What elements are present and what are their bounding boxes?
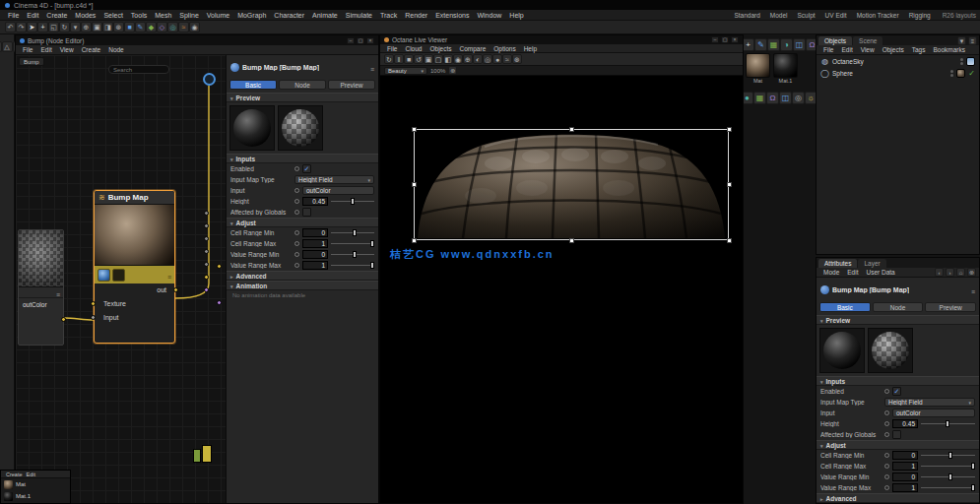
window-button[interactable]: ▢ [357, 37, 364, 44]
window-button[interactable]: × [731, 36, 739, 43]
object-name[interactable]: Sphere [832, 70, 853, 77]
nav-button[interactable]: ‹ [935, 268, 944, 277]
nav-button[interactable]: › [946, 268, 954, 277]
menu-item[interactable]: Window [473, 12, 505, 19]
rotate-icon[interactable]: ↻ [59, 22, 70, 32]
menu-item[interactable]: File [4, 12, 23, 19]
symmetry-icon[interactable]: ◫ [793, 38, 806, 51]
layout-tab[interactable]: Model [765, 12, 793, 19]
node-port-dot[interactable] [204, 262, 209, 267]
panel-menu-icon[interactable] [971, 281, 975, 298]
tab-layer[interactable]: Layer [858, 259, 885, 268]
enabled-checkbox[interactable] [302, 164, 311, 173]
menu-item[interactable]: Tools [127, 12, 151, 19]
selection-handle[interactable] [569, 127, 574, 132]
cell-range-min-field[interactable]: 0 [302, 228, 328, 237]
menu-item[interactable]: Help [505, 12, 527, 19]
scale-icon[interactable]: ◱ [48, 22, 59, 32]
input-link-field[interactable]: outColor [892, 409, 975, 417]
coordinate-system-icon[interactable]: ⊕ [81, 22, 92, 32]
mirror-tool-icon[interactable]: ◫ [779, 92, 792, 104]
keyframe-dot-icon[interactable] [294, 188, 299, 193]
render-settings-icon[interactable]: ⊛ [113, 22, 124, 32]
keyframe-dot-icon[interactable] [884, 432, 889, 437]
tab-basic[interactable]: Basic [819, 302, 871, 312]
preview-thumb-flat[interactable] [229, 105, 275, 151]
menu-item[interactable]: Tags [908, 46, 930, 53]
undo-icon[interactable]: ↶ [5, 22, 16, 32]
preview-thumb-bump[interactable] [278, 105, 323, 151]
material-name[interactable]: Mat [16, 481, 26, 487]
height-slider[interactable] [331, 197, 374, 206]
bump-texture-port[interactable] [91, 301, 96, 306]
outcolor-output-port[interactable] [61, 317, 66, 322]
menu-item[interactable]: Render [401, 12, 431, 19]
keyframe-dot-icon[interactable] [884, 485, 889, 490]
keyframe-dot-icon[interactable] [884, 474, 889, 479]
camera-lock-icon[interactable]: ◎ [483, 54, 492, 64]
image-tag-icon[interactable] [112, 269, 125, 282]
input-link-field[interactable]: outColor [302, 186, 374, 195]
height-slider[interactable] [921, 419, 975, 428]
keyframe-dot-icon[interactable] [294, 199, 299, 204]
menu-item[interactable]: Character [270, 12, 308, 19]
material-name[interactable]: Mat.1 [16, 493, 31, 499]
enabled-check-icon[interactable]: ✓ [968, 69, 975, 78]
selection-handle[interactable] [412, 182, 417, 187]
value-range-min-field[interactable]: 0 [302, 250, 328, 259]
tab-attributes[interactable]: Attributes [818, 259, 857, 268]
restart-render-icon[interactable]: ↻ [384, 54, 394, 64]
selection-handle[interactable] [412, 127, 417, 132]
node-port-dot[interactable] [204, 236, 209, 241]
height-value-field[interactable]: 0.45 [892, 419, 918, 428]
layout-tab[interactable]: Sculpt [793, 12, 820, 19]
slider-knob[interactable] [971, 484, 975, 491]
value-range-min-slider[interactable] [921, 472, 975, 481]
reset-icon[interactable]: ↺ [414, 54, 424, 64]
node-menu-icon[interactable] [167, 266, 171, 284]
node-port-dot[interactable] [204, 223, 209, 228]
node-port-dot[interactable] [204, 249, 209, 254]
cell-range-max-field[interactable]: 1 [892, 462, 918, 471]
denoise-icon[interactable]: ≈ [502, 54, 512, 64]
bump-input-port[interactable] [91, 315, 96, 320]
slider-knob[interactable] [370, 262, 374, 269]
tab-node[interactable]: Node [873, 302, 924, 312]
add-field-icon[interactable]: ◎ [167, 22, 178, 32]
slider-knob[interactable] [948, 452, 952, 459]
tab-objects[interactable]: Objects [818, 36, 852, 45]
section-inputs[interactable]: Inputs [227, 154, 378, 163]
menu-item[interactable]: MoGraph [233, 12, 270, 19]
slider-knob[interactable] [971, 463, 975, 470]
menu-item[interactable]: Mesh [151, 12, 175, 19]
menu-item[interactable]: Edit [843, 269, 862, 276]
menu-item[interactable]: Node [104, 46, 128, 53]
magnet-tool-icon[interactable]: Ω [766, 92, 779, 104]
input-map-type-dropdown[interactable]: Height Field [294, 175, 374, 184]
menu-item[interactable]: Create [4, 472, 25, 477]
keyframe-dot-icon[interactable] [294, 263, 299, 268]
node-port-dot[interactable] [204, 211, 209, 216]
layouts-label[interactable]: R26 layouts [943, 12, 976, 19]
menu-item[interactable]: File [19, 46, 36, 53]
sculpt-icon[interactable]: ◑ [780, 38, 793, 51]
menu-item[interactable]: Extensions [431, 12, 473, 19]
object-row[interactable]: ◍ OctaneSky [817, 55, 979, 67]
render-picture-viewer-icon[interactable]: ◨ [102, 22, 113, 32]
node-menu-icon[interactable] [56, 284, 60, 301]
canvas-color-chip[interactable] [193, 449, 201, 463]
cell-range-min-field[interactable]: 0 [892, 451, 918, 460]
layout-tab[interactable]: Standard [729, 12, 764, 19]
enabled-checkbox[interactable] [892, 387, 901, 396]
film-region-icon[interactable]: ◧ [443, 54, 453, 64]
menu-item[interactable]: Edit [837, 46, 856, 53]
material-tag-icon[interactable] [956, 69, 965, 78]
keyframe-dot-icon[interactable] [294, 210, 299, 215]
bump-map-node[interactable]: ≋ Bump Map out Texture Input [94, 190, 175, 344]
tab-preview[interactable]: Preview [328, 80, 375, 90]
nav-button[interactable]: ⌂ [956, 268, 965, 277]
redo-icon[interactable]: ↷ [16, 22, 27, 32]
settings-icon[interactable]: ⊛ [512, 54, 522, 64]
menu-item[interactable]: Bookmarks [929, 46, 969, 53]
menu-item[interactable]: Help [520, 45, 541, 52]
